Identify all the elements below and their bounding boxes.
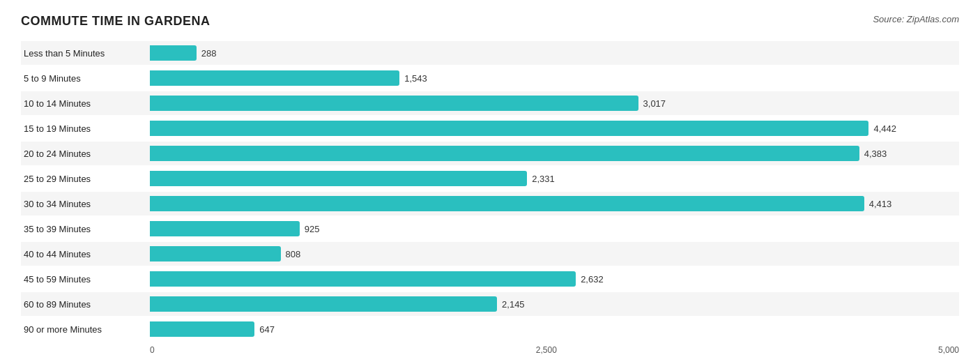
row-label: 60 to 89 Minutes [21,296,150,312]
bar-container: 2,632 [150,267,959,291]
x-tick: 5,000 [938,345,959,355]
bar-value: 4,383 [864,149,887,159]
bar-container: 3,017 [150,91,959,115]
bar [150,196,864,211]
bars-container: Less than 5 Minutes2885 to 9 Minutes1,54… [21,41,959,341]
bar [150,271,576,287]
bar-container: 4,383 [150,142,959,165]
bar-container: 808 [150,242,959,266]
chart-title: COMMUTE TIME IN GARDENA [21,14,210,29]
bar-container: 288 [150,41,959,65]
table-row: 40 to 44 Minutes808 [21,242,959,266]
bar [150,96,638,111]
bar-value: 4,442 [873,123,896,134]
row-label: 20 to 24 Minutes [21,146,150,162]
bar [150,296,497,312]
bar [150,146,859,161]
row-label: 10 to 14 Minutes [21,96,150,112]
bar-container: 647 [150,317,959,341]
row-label: 90 or more Minutes [21,321,150,338]
bar [150,321,254,337]
table-row: 5 to 9 Minutes1,543 [21,66,959,90]
bar [150,221,300,236]
table-row: 20 to 24 Minutes4,383 [21,142,959,165]
x-tick: 0 [150,345,155,355]
bar-value: 288 [201,48,217,59]
table-row: 30 to 34 Minutes4,413 [21,192,959,215]
bar-value: 2,145 [502,299,525,310]
bar-value: 2,632 [581,274,604,285]
chart-area: Less than 5 Minutes2885 to 9 Minutes1,54… [21,41,959,355]
row-label: 35 to 39 Minutes [21,221,150,237]
bar [150,70,399,86]
table-row: 60 to 89 Minutes2,145 [21,292,959,316]
bar-value: 808 [286,249,301,259]
row-label: Less than 5 Minutes [21,45,150,61]
x-axis: 02,5005,000 [21,345,959,355]
table-row: 90 or more Minutes647 [21,317,959,341]
bar-value: 2,331 [532,174,555,184]
row-label: 30 to 34 Minutes [21,196,150,212]
table-row: 25 to 29 Minutes2,331 [21,167,959,190]
row-label: 40 to 44 Minutes [21,246,150,262]
bar-container: 2,331 [150,167,959,190]
bar [150,45,197,61]
chart-source: Source: ZipAtlas.com [873,14,959,24]
bar-value: 4,413 [869,199,892,209]
row-label: 45 to 59 Minutes [21,271,150,287]
table-row: 15 to 19 Minutes4,442 [21,116,959,140]
x-tick: 2,500 [155,345,938,355]
table-row: 45 to 59 Minutes2,632 [21,267,959,291]
row-label: 5 to 9 Minutes [21,70,150,86]
row-label: 15 to 19 Minutes [21,121,150,137]
table-row: 35 to 39 Minutes925 [21,217,959,241]
bar [150,121,868,136]
bar-value: 3,017 [643,98,666,109]
bar-value: 925 [305,224,320,234]
bar-value: 647 [259,324,275,335]
bar-value: 1,543 [404,73,427,84]
bar-container: 4,413 [150,192,959,215]
bar-container: 2,145 [150,292,959,316]
bar [150,171,527,186]
table-row: Less than 5 Minutes288 [21,41,959,65]
table-row: 10 to 14 Minutes3,017 [21,91,959,115]
bar-container: 4,442 [150,116,959,140]
bar-container: 1,543 [150,66,959,90]
row-label: 25 to 29 Minutes [21,171,150,187]
bar [150,246,281,261]
bar-container: 925 [150,217,959,241]
